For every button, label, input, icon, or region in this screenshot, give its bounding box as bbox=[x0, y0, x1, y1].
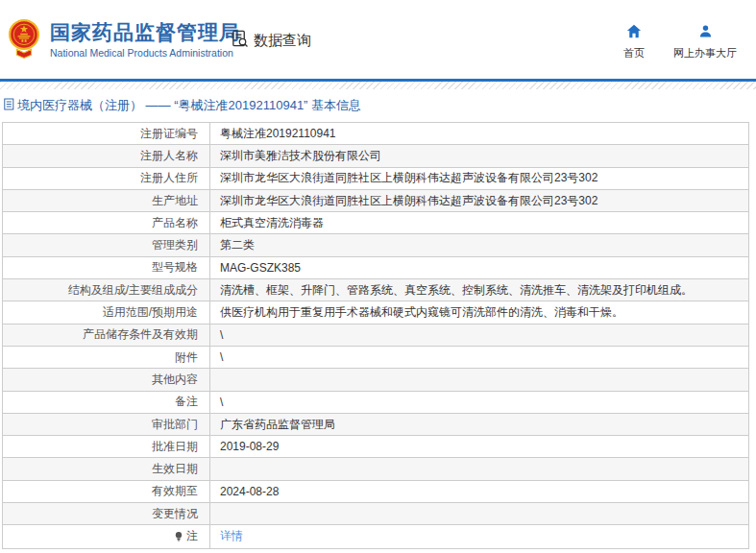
top-nav: 首页 网上办事大厅 bbox=[623, 24, 737, 60]
table-row: 备注\ bbox=[3, 392, 748, 414]
row-label: 产品名称 bbox=[3, 212, 210, 233]
row-label-text: 型号规格 bbox=[152, 259, 198, 276]
nav-home-label: 首页 bbox=[623, 46, 645, 60]
row-value: \ bbox=[210, 347, 748, 368]
row-label: 注册证编号 bbox=[3, 123, 210, 144]
row-label: 备注 bbox=[3, 392, 210, 413]
row-value bbox=[210, 503, 748, 524]
table-row: 附件\ bbox=[3, 347, 748, 369]
row-label: 管理类别 bbox=[3, 234, 210, 255]
row-label: 其他内容 bbox=[3, 369, 210, 390]
header: 国家药品监督管理局 National Medical Products Admi… bbox=[0, 0, 756, 79]
data-query-label: 数据查询 bbox=[254, 32, 311, 50]
table-row: 生产地址深圳市龙华区大浪街道同胜社区上横朗科伟达超声波设备有限公司23号302 bbox=[3, 190, 748, 212]
row-label-text: 注 bbox=[186, 528, 198, 544]
row-value: 详情 bbox=[210, 525, 748, 547]
row-label: 适用范围/预期用途 bbox=[3, 301, 210, 323]
table-row: 变更情况 bbox=[3, 503, 748, 525]
table-row: 有效期至2024-08-28 bbox=[3, 481, 748, 503]
table-row: 产品储存条件及有效期\ bbox=[3, 325, 748, 347]
document-search-icon bbox=[231, 30, 249, 52]
row-value: 清洗槽、框架、升降门、管路系统、真空系统、控制系统、清洗推车、清洗架及打印机组成… bbox=[210, 279, 748, 301]
row-value: MAG-GSZK385 bbox=[210, 257, 748, 278]
row-value: 供医疗机构用于重复用手术器械和硬式内窥镜可清洗部件的清洗、消毒和干燥。 bbox=[210, 301, 748, 323]
row-label-text: 注册人住所 bbox=[140, 170, 198, 186]
row-label: 注 bbox=[3, 525, 210, 547]
row-value bbox=[210, 369, 748, 390]
title-bar: 境内医疗器械（注册） —— “粤械注准20192110941” 基本信息 bbox=[0, 89, 756, 122]
row-value: 柜式真空清洗消毒器 bbox=[210, 212, 748, 233]
agency-name-block: 国家药品监督管理局 National Medical Products Admi… bbox=[50, 20, 240, 59]
row-value: 2024-08-28 bbox=[210, 481, 748, 502]
table-row: 审批部门广东省药品监督管理局 bbox=[3, 414, 748, 436]
row-label: 批准日期 bbox=[3, 436, 210, 457]
table-row: 产品名称柜式真空清洗消毒器 bbox=[3, 212, 748, 234]
table-row: 生效日期 bbox=[3, 458, 748, 480]
row-label: 生效日期 bbox=[3, 458, 210, 479]
row-label-text: 产品名称 bbox=[152, 215, 198, 231]
row-value: 粤械注准20192110941 bbox=[210, 123, 748, 144]
nav-online-hall-label: 网上办事大厅 bbox=[673, 46, 737, 60]
page-title: 境内医疗器械（注册） —— “粤械注准20192110941” 基本信息 bbox=[17, 97, 361, 114]
agency-name-cn: 国家药品监督管理局 bbox=[50, 20, 240, 45]
row-label: 有效期至 bbox=[3, 481, 210, 502]
table-row: 管理类别第二类 bbox=[3, 234, 748, 256]
row-label-text: 审批部门 bbox=[152, 417, 198, 433]
row-value: 2019-08-29 bbox=[210, 436, 748, 457]
table-row: 注册证编号粤械注准20192110941 bbox=[3, 123, 748, 145]
row-label-text: 产品储存条件及有效期 bbox=[83, 326, 198, 343]
table-row: 结构及组成/主要组成成分清洗槽、框架、升降门、管路系统、真空系统、控制系统、清洗… bbox=[3, 279, 748, 301]
row-label: 附件 bbox=[3, 347, 210, 368]
table-row: 批准日期2019-08-29 bbox=[3, 436, 748, 458]
table-row: 注册人住所深圳市龙华区大浪街道同胜社区上横朗科伟达超声波设备有限公司23号302 bbox=[3, 168, 748, 190]
row-label: 注册人名称 bbox=[3, 145, 210, 166]
row-value: \ bbox=[210, 325, 748, 346]
row-label: 型号规格 bbox=[3, 257, 210, 278]
row-label: 产品储存条件及有效期 bbox=[3, 325, 210, 346]
agency-name-en: National Medical Products Administration bbox=[50, 47, 240, 59]
row-label-text: 变更情况 bbox=[152, 506, 198, 522]
row-label: 注册人住所 bbox=[3, 168, 210, 189]
nav-online-hall[interactable]: 网上办事大厅 bbox=[673, 24, 737, 60]
data-query-tab[interactable]: 数据查询 bbox=[231, 30, 311, 52]
row-label-text: 注册人名称 bbox=[140, 148, 198, 164]
nav-home[interactable]: 首页 bbox=[623, 24, 645, 60]
row-label: 变更情况 bbox=[3, 503, 210, 524]
home-icon bbox=[626, 24, 642, 42]
row-label-text: 有效期至 bbox=[152, 483, 198, 499]
row-label-text: 批准日期 bbox=[152, 439, 198, 455]
row-label-text: 管理类别 bbox=[152, 237, 198, 253]
row-label-text: 生产地址 bbox=[152, 193, 198, 209]
agency-brand: 国家药品监督管理局 National Medical Products Admi… bbox=[8, 17, 240, 61]
row-value: \ bbox=[210, 392, 748, 413]
table-row: 型号规格MAG-GSZK385 bbox=[3, 257, 748, 279]
person-icon bbox=[698, 24, 713, 42]
row-label-text: 其他内容 bbox=[152, 372, 198, 388]
table-row: 注详情 bbox=[3, 525, 748, 547]
registration-info-table: 注册证编号粤械注准20192110941注册人名称深圳市美雅洁技术股份有限公司注… bbox=[2, 122, 749, 549]
row-label: 生产地址 bbox=[3, 190, 210, 211]
row-label-text: 生效日期 bbox=[152, 461, 198, 477]
row-value: 深圳市龙华区大浪街道同胜社区上横朗科伟达超声波设备有限公司23号302 bbox=[210, 168, 748, 189]
row-label-text: 附件 bbox=[175, 349, 198, 366]
table-row: 适用范围/预期用途供医疗机构用于重复用手术器械和硬式内窥镜可清洗部件的清洗、消毒… bbox=[3, 301, 748, 324]
row-label-text: 注册证编号 bbox=[140, 126, 198, 142]
hatch-strip bbox=[0, 82, 756, 89]
row-label-text: 结构及组成/主要组成成分 bbox=[68, 282, 198, 299]
row-label: 审批部门 bbox=[3, 414, 210, 435]
row-label: 结构及组成/主要组成成分 bbox=[3, 279, 210, 301]
row-value: 广东省药品监督管理局 bbox=[210, 414, 748, 435]
note-icon bbox=[174, 531, 183, 542]
row-label-text: 备注 bbox=[175, 394, 198, 410]
detail-link[interactable]: 详情 bbox=[220, 528, 243, 544]
row-value: 深圳市龙华区大浪街道同胜社区上横朗科伟达超声波设备有限公司23号302 bbox=[210, 190, 748, 211]
row-label-text: 适用范围/预期用途 bbox=[103, 304, 198, 321]
national-emblem-icon bbox=[8, 17, 40, 61]
row-value bbox=[210, 458, 748, 479]
document-icon bbox=[4, 97, 14, 114]
row-value: 第二类 bbox=[210, 234, 748, 255]
row-value: 深圳市美雅洁技术股份有限公司 bbox=[210, 145, 748, 166]
table-row: 注册人名称深圳市美雅洁技术股份有限公司 bbox=[3, 145, 748, 167]
table-row: 其他内容 bbox=[3, 369, 748, 391]
